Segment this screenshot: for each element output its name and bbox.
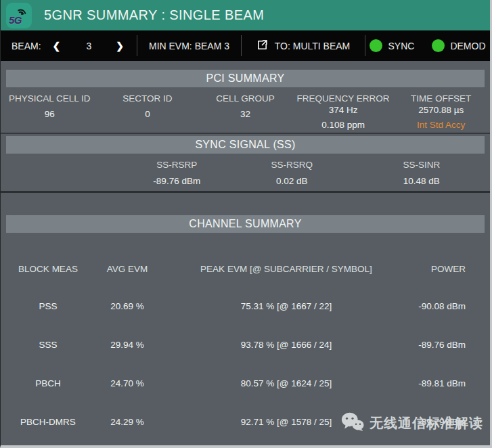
table-row-pbch-avg-evm: 24.70 % <box>95 364 159 403</box>
table-row-pbch-peak-evm: 80.57 % [@ 1624 / 25] <box>159 364 413 403</box>
channel-summary-title: CHANNEL SUMMARY <box>6 215 485 233</box>
field-cell-group: CELL GROUP 32 <box>196 93 294 130</box>
app-logo-5g: 5G <box>6 3 32 28</box>
field-ss-rsrq: SS-RSRQ 0.02 dB <box>271 160 313 186</box>
table-row-pss-power: -90.08 dBm <box>413 287 490 326</box>
pci-summary-section: PCI SUMMARY PHYSICAL CELL ID 96 SECTOR I… <box>1 61 490 133</box>
page-title: 5GNR SUMMARY : SINGLE BEAM <box>44 7 264 23</box>
beam-label: BEAM: <box>12 41 41 51</box>
column-header-power: POWER <box>413 264 490 287</box>
table-row-sss-block: SSS <box>1 326 95 364</box>
beam-number: 3 <box>82 41 95 51</box>
table-row-pbch-power: -89.81 dBm <box>413 364 490 403</box>
table-row-sss-avg-evm: 29.94 % <box>95 326 159 364</box>
demod-label: DEMOD <box>450 41 485 51</box>
table-row-pss-avg-evm: 20.69 % <box>95 287 159 326</box>
table-row-pbch-dmrs-peak-evm: 92.71 % [@ 1578 / 25] <box>159 403 413 441</box>
field-time-offset: TIME OFFSET 2570.88 µs Int Std Accy <box>392 93 490 130</box>
app-window: 5G 5GNR SUMMARY : SINGLE BEAM BEAM: ❮ 3 … <box>0 0 492 448</box>
demod-indicator-dot <box>432 39 445 52</box>
sync-status: SYNC <box>370 39 414 52</box>
field-sector-id: SECTOR ID 0 <box>99 93 197 130</box>
min-evm-status: MIN EVM: BEAM 3 <box>137 30 241 61</box>
channel-summary-section: CHANNEL SUMMARY BLOCK MEAS AVG EVM PEAK … <box>1 193 490 445</box>
channel-summary-table: BLOCK MEAS AVG EVM PEAK EVM [@ SUBCARRIE… <box>1 264 490 441</box>
field-ss-sinr: SS-SINR 10.48 dB <box>403 160 440 186</box>
field-physical-cell-id: PHYSICAL CELL ID 96 <box>1 93 99 130</box>
table-row-sss-power: -89.76 dBm <box>413 326 490 364</box>
sync-indicator-dot <box>370 39 382 52</box>
table-row-pbch-dmrs-block: PBCH-DMRS <box>1 403 95 441</box>
column-header-block-meas: BLOCK MEAS <box>1 264 95 287</box>
field-ss-rsrp: SS-RSRP -89.76 dBm <box>153 160 200 186</box>
beam-toolbar: BEAM: ❮ 3 ❯ MIN EVM: BEAM 3 TO: MULTI BE… <box>1 30 490 61</box>
table-row-pbch-dmrs-avg-evm: 24.29 % <box>95 403 159 441</box>
table-row-pbch-dmrs-power: -89.79 dBm <box>413 403 490 441</box>
sync-signal-fields: SS-RSRP -89.76 dBm SS-RSRQ 0.02 dB SS-SI… <box>1 154 490 189</box>
to-multi-beam-button[interactable]: TO: MULTI BEAM <box>242 30 365 61</box>
sync-signal-section: SYNC SIGNAL (SS) SS-RSRP -89.76 dBm SS-R… <box>1 134 490 191</box>
status-indicators: SYNC DEMOD <box>365 30 490 61</box>
logo-text: 5G <box>9 14 22 26</box>
column-header-avg-evm: AVG EVM <box>95 264 159 287</box>
beam-prev-button[interactable]: ❮ <box>50 39 64 53</box>
field-frequency-error: FREQUENCY ERROR 374 Hz 0.108 ppm <box>294 93 393 130</box>
table-row-pss-block: PSS <box>1 287 95 326</box>
column-header-peak-evm: PEAK EVM [@ SUBCARRIER / SYMBOL] <box>159 264 413 287</box>
beam-selector: BEAM: ❮ 3 ❯ <box>1 30 137 61</box>
title-bar: 5G 5GNR SUMMARY : SINGLE BEAM <box>1 0 490 30</box>
table-row-sss-peak-evm: 93.78 % [@ 1666 / 24] <box>159 326 413 364</box>
pci-summary-fields: PHYSICAL CELL ID 96 SECTOR ID 0 CELL GRO… <box>1 93 490 130</box>
external-link-icon <box>256 39 268 53</box>
table-row-pss-peak-evm: 75.31 % [@ 1667 / 22] <box>159 287 413 326</box>
time-offset-accuracy-flag: Int Std Accy <box>392 120 490 130</box>
to-multi-beam-label: TO: MULTI BEAM <box>275 41 351 51</box>
sync-signal-title: SYNC SIGNAL (SS) <box>6 136 485 154</box>
beam-next-button[interactable]: ❯ <box>113 39 127 53</box>
table-row-pbch-block: PBCH <box>1 364 95 403</box>
min-evm-label: MIN EVM: BEAM 3 <box>149 41 229 51</box>
sync-label: SYNC <box>388 41 414 51</box>
pci-summary-title: PCI SUMMARY <box>6 70 485 87</box>
demod-status: DEMOD <box>432 39 485 52</box>
